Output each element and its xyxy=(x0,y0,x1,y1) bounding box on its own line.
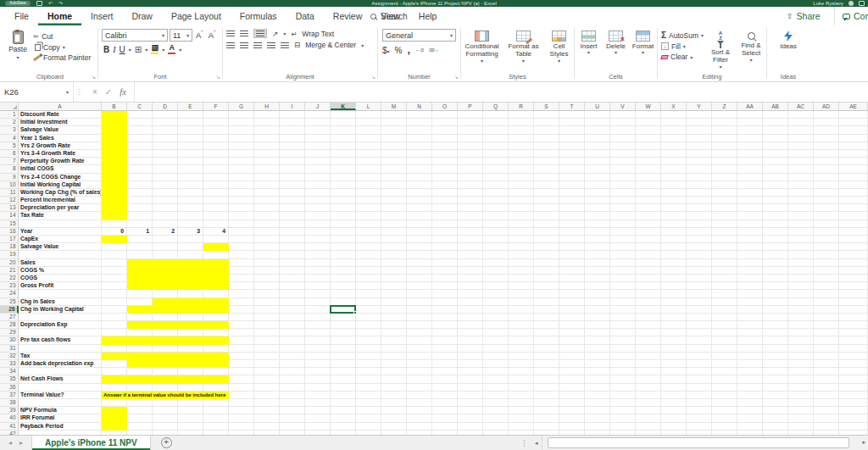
cell-Q13[interactable] xyxy=(483,204,509,212)
cell-E41[interactable] xyxy=(178,423,203,431)
row-header-11[interactable]: 11 xyxy=(0,189,19,197)
cell-O14[interactable] xyxy=(432,212,458,219)
cell-AB14[interactable] xyxy=(763,212,788,219)
cell-P21[interactable] xyxy=(458,267,483,275)
cell-A28[interactable]: Depreciation Exp xyxy=(19,321,102,329)
cell-E34[interactable] xyxy=(178,368,203,375)
cell-L40[interactable] xyxy=(356,414,381,422)
cell-R27[interactable] xyxy=(509,314,534,321)
cell-O35[interactable] xyxy=(432,375,458,383)
clear-button[interactable]: Clear▾ xyxy=(661,53,704,61)
cell-P16[interactable] xyxy=(458,228,483,236)
cell-P35[interactable] xyxy=(458,375,483,383)
cell-V3[interactable] xyxy=(610,126,636,134)
cell-V2[interactable] xyxy=(610,119,636,126)
cell-G38[interactable] xyxy=(229,399,254,407)
cell-AA25[interactable] xyxy=(737,298,763,306)
cell-A12[interactable]: Percent Incremental xyxy=(19,197,102,204)
cell-D36[interactable] xyxy=(153,384,178,392)
cell-B4[interactable] xyxy=(102,135,127,142)
cell-I7[interactable] xyxy=(280,158,305,165)
underline-button[interactable]: U xyxy=(120,45,125,54)
column-header-U[interactable]: U xyxy=(585,103,610,110)
cell-D18[interactable] xyxy=(153,243,178,251)
cell-T19[interactable] xyxy=(559,251,585,258)
cell-Y23[interactable] xyxy=(687,282,712,290)
cell-W26[interactable] xyxy=(636,306,661,314)
cell-V14[interactable] xyxy=(610,212,636,219)
cell-AE15[interactable] xyxy=(839,220,868,228)
cell-J22[interactable] xyxy=(305,275,331,282)
cell-Q29[interactable] xyxy=(483,329,509,336)
cell-R17[interactable] xyxy=(509,236,534,243)
cell-M28[interactable] xyxy=(381,321,407,329)
cell-Y11[interactable] xyxy=(687,189,712,197)
cell-I32[interactable] xyxy=(280,353,305,360)
cell-V40[interactable] xyxy=(610,414,636,422)
cell-AA33[interactable] xyxy=(737,360,763,368)
cell-M38[interactable] xyxy=(381,399,407,407)
wrap-text-button[interactable]: Wrap Text xyxy=(302,30,334,38)
cell-U4[interactable] xyxy=(585,135,610,142)
cell-H27[interactable] xyxy=(254,314,280,321)
cell-Q27[interactable] xyxy=(483,314,509,321)
row-header-12[interactable]: 12 xyxy=(0,197,19,204)
cell-H17[interactable] xyxy=(254,236,280,243)
cell-G37[interactable] xyxy=(229,392,254,399)
cell-AC15[interactable] xyxy=(788,220,814,228)
cell-G32[interactable] xyxy=(229,353,254,360)
cell-T37[interactable] xyxy=(559,392,585,399)
row-header-3[interactable]: 3 xyxy=(0,126,19,134)
cell-J16[interactable] xyxy=(305,228,331,236)
tab-help[interactable]: Help xyxy=(409,7,447,25)
row-header-15[interactable]: 15 xyxy=(0,220,19,228)
cell-E11[interactable] xyxy=(178,189,203,197)
cell-P1[interactable] xyxy=(458,111,483,119)
cell-U11[interactable] xyxy=(585,189,610,197)
tab-file[interactable]: File xyxy=(5,7,38,25)
cell-B7[interactable] xyxy=(102,158,127,165)
cell-K26[interactable] xyxy=(331,306,356,314)
cell-G29[interactable] xyxy=(229,329,254,336)
cell-AE13[interactable] xyxy=(839,204,868,212)
cell-W13[interactable] xyxy=(636,204,661,212)
cell-G27[interactable] xyxy=(229,314,254,321)
cell-S29[interactable] xyxy=(534,329,559,336)
cell-E24[interactable] xyxy=(178,290,203,297)
cell-N9[interactable] xyxy=(407,174,432,181)
cell-R3[interactable] xyxy=(509,126,534,134)
cell-P12[interactable] xyxy=(458,197,483,204)
cell-K23[interactable] xyxy=(331,282,356,290)
cell-E31[interactable] xyxy=(178,345,203,353)
cell-AA41[interactable] xyxy=(737,423,763,431)
cell-X14[interactable] xyxy=(661,212,687,219)
cell-U38[interactable] xyxy=(585,399,610,407)
cell-T8[interactable] xyxy=(559,165,585,173)
cell-AD37[interactable] xyxy=(814,392,839,399)
cell-U9[interactable] xyxy=(585,174,610,181)
cell-AE30[interactable] xyxy=(839,336,868,344)
cell-AC31[interactable] xyxy=(788,345,814,353)
cell-E13[interactable] xyxy=(178,204,203,212)
cell-AD21[interactable] xyxy=(814,267,839,275)
row-header-28[interactable]: 28 xyxy=(0,321,19,329)
cell-J35[interactable] xyxy=(305,375,331,383)
cell-O33[interactable] xyxy=(432,360,458,368)
cell-Q33[interactable] xyxy=(483,360,509,368)
cell-AE20[interactable] xyxy=(839,259,868,267)
cell-Z3[interactable] xyxy=(712,126,737,134)
cell-AD17[interactable] xyxy=(814,236,839,243)
cell-R31[interactable] xyxy=(509,345,534,353)
cell-R26[interactable] xyxy=(509,306,534,314)
cell-I1[interactable] xyxy=(280,111,305,119)
cell-X26[interactable] xyxy=(661,306,687,314)
cell-S31[interactable] xyxy=(534,345,559,353)
cell-J4[interactable] xyxy=(305,135,331,142)
column-header-W[interactable]: W xyxy=(636,103,661,110)
cell-AA38[interactable] xyxy=(737,399,763,407)
cell-AE14[interactable] xyxy=(839,212,868,219)
cell-X8[interactable] xyxy=(661,165,687,173)
cell-I19[interactable] xyxy=(280,251,305,258)
comments-button[interactable]: Comments xyxy=(834,7,868,25)
row-header-23[interactable]: 23 xyxy=(0,282,19,290)
